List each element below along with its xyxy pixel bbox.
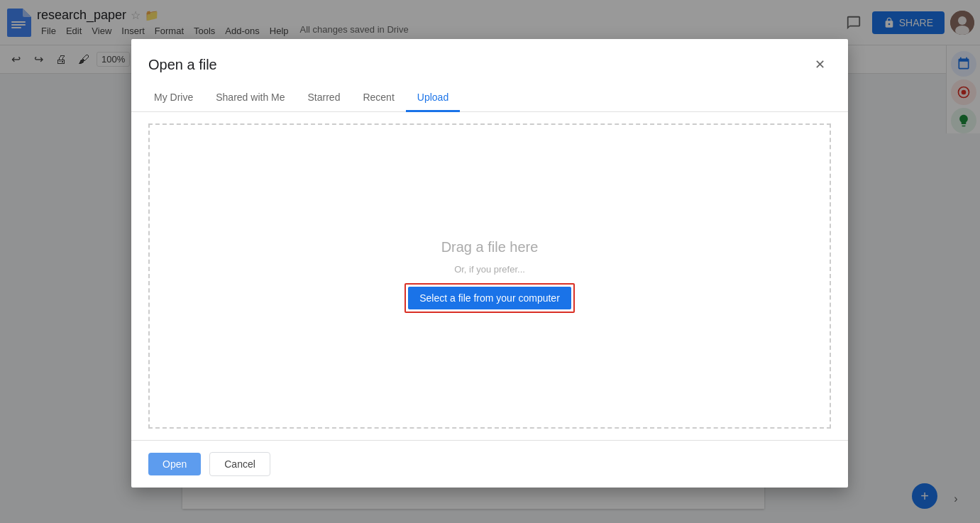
tab-recent[interactable]: Recent [351,84,405,112]
open-file-dialog: Open a file ✕ My Drive Shared with Me St… [131,39,848,488]
tab-my-drive[interactable]: My Drive [143,84,204,112]
drag-text: Drag a file here [441,239,539,255]
dialog-title: Open a file [148,57,217,73]
close-dialog-button[interactable]: ✕ [808,53,831,76]
dialog-footer: Open Cancel [131,440,848,488]
tab-upload[interactable]: Upload [406,84,460,112]
cancel-button[interactable]: Cancel [209,452,270,476]
upload-drop-zone[interactable]: Drag a file here Or, if you prefer... Se… [148,123,831,429]
select-file-button[interactable]: Select a file from your computer [408,287,571,309]
tab-shared-with-me[interactable]: Shared with Me [204,84,296,112]
dialog-header: Open a file ✕ [131,39,848,76]
or-prefer-text: Or, if you prefer... [454,264,525,275]
tab-starred[interactable]: Starred [297,84,352,112]
dialog-tabs: My Drive Shared with Me Starred Recent U… [131,84,848,112]
select-file-wrapper: Select a file from your computer [404,283,575,313]
open-button[interactable]: Open [148,453,201,475]
